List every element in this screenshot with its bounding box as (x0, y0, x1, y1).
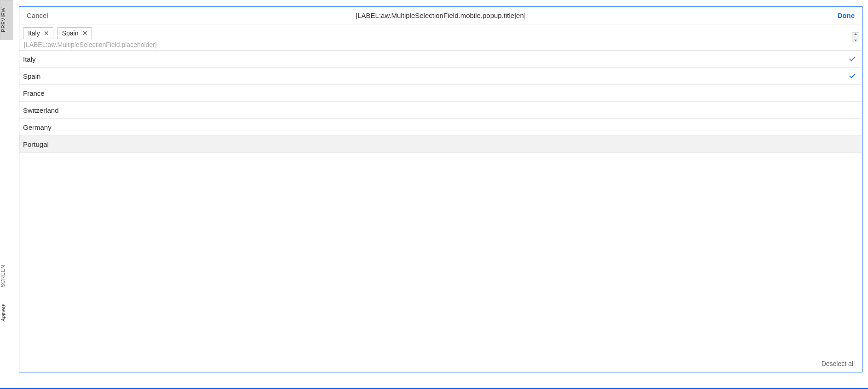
chip-label: Spain (62, 29, 79, 37)
options-list: ItalySpainFranceSwitzerlandGermanyPortug… (19, 51, 862, 355)
app-root: PREVIEW SCREEN Appway Cancel [LABEL:aw.M… (0, 0, 868, 389)
brand-appway: Appway (0, 296, 13, 329)
close-icon[interactable]: ✕ (44, 30, 49, 36)
option-label: Spain (23, 72, 40, 80)
popup-footer: Deselect all (19, 355, 862, 372)
stepper-control[interactable] (852, 32, 859, 42)
deselect-all-button[interactable]: Deselect all (822, 360, 855, 367)
option-row[interactable]: Portugal (19, 136, 862, 153)
check-icon (848, 55, 857, 63)
close-icon[interactable]: ✕ (82, 30, 88, 36)
option-label: France (23, 89, 45, 97)
chip-label: Italy (28, 29, 40, 37)
tab-preview[interactable]: PREVIEW (0, 0, 13, 40)
selection-input[interactable] (23, 41, 842, 48)
option-label: Italy (23, 55, 36, 63)
multi-select-popup: Cancel [LABEL:aw.MultipleSelectionField.… (19, 6, 862, 372)
chip: Spain✕ (57, 27, 92, 39)
cancel-button[interactable]: Cancel (27, 12, 82, 19)
done-button[interactable]: Done (799, 12, 855, 19)
chevron-down-icon[interactable] (854, 40, 857, 41)
option-label: Switzerland (23, 106, 59, 114)
option-row[interactable]: Germany (19, 119, 862, 136)
chips-container: Italy✕Spain✕ (23, 27, 858, 40)
popup-header: Cancel [LABEL:aw.MultipleSelectionField.… (19, 7, 862, 24)
option-label: Portugal (23, 140, 49, 148)
check-icon (848, 72, 857, 80)
chip: Italy✕ (23, 27, 53, 39)
selected-chips-row: Italy✕Spain✕ (19, 24, 862, 51)
option-label: Germany (23, 123, 52, 131)
main-area: Cancel [LABEL:aw.MultipleSelectionField.… (13, 0, 868, 388)
popup-title: [LABEL:aw.MultipleSelectionField.mobile.… (82, 12, 799, 19)
option-row[interactable]: Italy (19, 51, 862, 68)
chevron-up-icon[interactable] (854, 33, 857, 35)
left-rail: PREVIEW SCREEN Appway (0, 0, 13, 388)
option-row[interactable]: Switzerland (19, 102, 862, 119)
tab-screen[interactable]: SCREEN (0, 258, 13, 295)
option-row[interactable]: Spain (19, 68, 862, 85)
option-row[interactable]: France (19, 85, 862, 102)
